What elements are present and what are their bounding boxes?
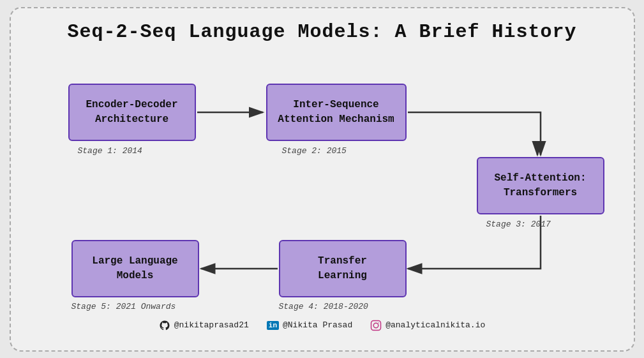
linkedin-handle: @Nikita Prasad (283, 320, 352, 330)
svg-rect-3 (371, 320, 381, 330)
stage-label-2: Stage 2: 2015 (282, 146, 347, 156)
stage-label-5: Stage 5: 2021 Onwards (71, 302, 176, 311)
footer-instagram: @analyticalnikita.io (370, 320, 485, 331)
main-card: Seq-2-Seq Language Models: A Brief Histo… (10, 7, 635, 352)
box-transfer-learning: Transfer Learning (279, 240, 407, 297)
stage-label-3: Stage 3: 2017 (486, 220, 551, 229)
box-inter-sequence: Inter-Sequence Attention Mechanism (266, 84, 407, 141)
footer: @nikitaprasad21 in @Nikita Prasad @analy… (30, 320, 615, 331)
box-llm-label: Large Language Models (92, 254, 177, 283)
github-handle: @nikitaprasad21 (174, 320, 249, 330)
svg-point-5 (378, 322, 380, 324)
footer-linkedin: in @Nikita Prasad (267, 320, 352, 330)
box-transfer-learning-label: Transfer Learning (318, 254, 367, 283)
stage-label-4: Stage 4: 2018-2020 (279, 302, 368, 311)
github-icon (159, 320, 170, 331)
box-large-language-models: Large Language Models (71, 240, 199, 297)
box-self-attention-label: Self-Attention: Transformers (494, 171, 586, 200)
instagram-handle: @analyticalnikita.io (386, 320, 485, 330)
box-encoder-decoder: Encoder-Decoder Architecture (68, 84, 196, 141)
stage-label-1: Stage 1: 2014 (78, 146, 142, 156)
box-encoder-decoder-label: Encoder-Decoder Architecture (86, 98, 177, 126)
box-self-attention: Self-Attention: Transformers (477, 157, 604, 214)
box-inter-sequence-label: Inter-Sequence Attention Mechanism (278, 98, 394, 126)
instagram-icon (370, 320, 382, 331)
footer-github: @nikitaprasad21 (159, 320, 249, 331)
linkedin-icon: in (267, 321, 279, 330)
svg-point-4 (373, 323, 378, 328)
page-title: Seq-2-Seq Language Models: A Brief Histo… (30, 21, 615, 43)
diagram-area: Encoder-Decoder Architecture Stage 1: 20… (30, 58, 615, 313)
